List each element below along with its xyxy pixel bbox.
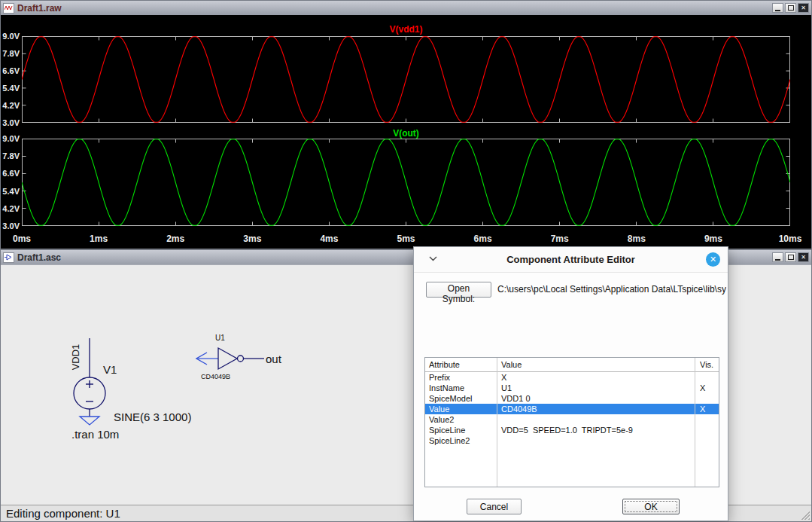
schematic-icon xyxy=(3,252,14,263)
waveform-pane[interactable]: V(vdd1) V(out) 9.0V7.8V6.6V5.4V4.2V3.0V9… xyxy=(1,15,811,249)
value-cell: VDD=5 SPEED=1.0 TRIPDT=5e-9 xyxy=(497,425,695,435)
value-cell xyxy=(497,435,695,446)
y-axis-tick-label: 6.6V xyxy=(1,66,20,75)
waveform-window: Draft1.raw ✕ V(vdd1) V(out) 9.0V7.8V6.6V… xyxy=(0,0,812,249)
symbol-path-text: C:\users\pc\Local Settings\Application D… xyxy=(497,282,726,298)
waveform-trace xyxy=(22,139,790,226)
header-vis: Vis. xyxy=(695,358,719,371)
y-axis-tick-label: 4.2V xyxy=(1,101,20,110)
x-axis-tick-label: 10ms xyxy=(779,234,802,244)
value-cell: U1 xyxy=(497,383,695,393)
attr-cell: SpiceModel xyxy=(425,393,497,404)
y-axis-tick-label: 3.0V xyxy=(1,118,20,127)
y-axis-tick-label: 3.0V xyxy=(1,221,20,230)
cancel-button[interactable]: Cancel xyxy=(467,499,522,514)
x-axis-tick-label: 4ms xyxy=(320,234,338,244)
attr-cell: Value2 xyxy=(425,414,497,425)
attr-cell: Prefix xyxy=(425,372,497,383)
close-icon[interactable]: ✕ xyxy=(798,252,809,262)
attr-cell: SpiceLine2 xyxy=(425,435,497,446)
net-label-out[interactable]: out xyxy=(266,353,282,365)
waveform-titlebar[interactable]: Draft1.raw ✕ xyxy=(1,1,811,16)
column-divider xyxy=(695,358,695,487)
attr-cell: SpiceLine xyxy=(425,425,497,435)
y-axis-tick-label: 6.6V xyxy=(1,169,20,178)
x-axis-tick-label: 3ms xyxy=(243,234,261,244)
y-axis-tick-label: 9.0V xyxy=(1,32,20,41)
x-axis-tick-label: 8ms xyxy=(628,234,646,244)
attr-row-Value2[interactable]: Value2 xyxy=(425,414,719,425)
value-cell: CD4049B xyxy=(497,404,695,414)
vis-cell xyxy=(695,435,719,446)
ltspice-app: Draft1.raw ✕ V(vdd1) V(out) 9.0V7.8V6.6V… xyxy=(0,0,812,522)
y-axis-tick-label: 7.8V xyxy=(1,151,20,160)
attr-row-Value[interactable]: ValueCD4049BX xyxy=(425,404,719,414)
vis-cell: X xyxy=(695,404,719,414)
x-axis-tick-label: 2ms xyxy=(166,234,184,244)
header-attribute: Attribute xyxy=(425,358,497,371)
column-divider xyxy=(497,358,497,487)
waveform-trace xyxy=(22,37,790,123)
trace-label-vdd1[interactable]: V(vdd1) xyxy=(1,24,811,35)
value-cell: VDD1 0 xyxy=(497,393,695,404)
attr-row-Prefix[interactable]: PrefixX xyxy=(425,372,719,383)
tran-directive[interactable]: .tran 10m xyxy=(71,428,119,441)
refdes-u1[interactable]: U1 xyxy=(215,334,225,342)
maximize-icon[interactable] xyxy=(785,252,796,262)
vis-cell xyxy=(695,372,719,383)
vis-cell xyxy=(695,425,719,435)
status-text: Editing component: U1 xyxy=(6,507,120,520)
attr-row-SpiceModel[interactable]: SpiceModelVDD1 0 xyxy=(425,393,719,404)
attr-cell: InstName xyxy=(425,383,497,393)
inverter-symbol[interactable] xyxy=(218,348,237,369)
x-axis-tick-label: 9ms xyxy=(704,234,722,244)
attribute-rows: PrefixXInstNameU1XSpiceModelVDD1 0ValueC… xyxy=(425,372,719,446)
window-title: Draft1.asc xyxy=(17,252,61,263)
attribute-table: Attribute Value Vis. PrefixXInstNameU1XS… xyxy=(424,357,719,487)
minimize-icon[interactable] xyxy=(772,3,783,13)
y-axis-tick-label: 5.4V xyxy=(1,187,20,196)
component-attribute-editor-dialog: Component Attribute Editor ✕ Open Symbol… xyxy=(413,246,728,521)
resize-grip[interactable] xyxy=(800,510,810,520)
dialog-titlebar[interactable]: Component Attribute Editor ✕ xyxy=(414,247,728,273)
refdes-v1[interactable]: V1 xyxy=(103,363,117,376)
value-cell: X xyxy=(497,372,695,383)
vis-cell: X xyxy=(695,383,719,393)
dialog-close-icon[interactable]: ✕ xyxy=(706,252,720,267)
x-axis-tick-label: 1ms xyxy=(90,234,108,244)
plot-out[interactable] xyxy=(22,139,790,226)
maximize-icon[interactable] xyxy=(785,3,796,13)
attr-cell: Value xyxy=(425,404,497,414)
y-axis-tick-label: 7.8V xyxy=(1,49,20,58)
attr-row-SpiceLine[interactable]: SpiceLineVDD=5 SPEED=1.0 TRIPDT=5e-9 xyxy=(425,425,719,435)
y-axis-tick-label: 9.0V xyxy=(1,134,20,143)
vis-cell xyxy=(695,414,719,425)
x-axis-tick-label: 6ms xyxy=(474,234,492,244)
x-axis-tick-label: 0ms xyxy=(13,234,31,244)
attribute-table-header: Attribute Value Vis. xyxy=(425,358,719,372)
part-label-cd4049b[interactable]: CD4049B xyxy=(201,373,230,380)
ok-button[interactable]: OK xyxy=(622,499,680,514)
vis-cell xyxy=(695,393,719,404)
sine-directive[interactable]: SINE(6 3 1000) xyxy=(114,411,191,423)
y-axis-tick-label: 4.2V xyxy=(1,204,20,213)
attr-row-SpiceLine2[interactable]: SpiceLine2 xyxy=(425,435,719,446)
attr-row-InstName[interactable]: InstNameU1X xyxy=(425,383,719,393)
inverter-bubble xyxy=(238,356,244,362)
close-icon[interactable]: ✕ xyxy=(798,3,809,13)
ground-symbol[interactable] xyxy=(80,417,99,425)
dialog-title: Component Attribute Editor xyxy=(414,254,728,265)
waveform-icon xyxy=(3,3,14,14)
trace-label-out[interactable]: V(out) xyxy=(1,128,811,139)
value-cell xyxy=(497,414,695,425)
minimize-icon[interactable] xyxy=(772,252,783,262)
window-title: Draft1.raw xyxy=(17,3,62,14)
net-label-vdd1[interactable]: VDD1 xyxy=(70,344,81,371)
open-symbol-button[interactable]: Open Symbol: xyxy=(426,282,491,298)
header-value: Value xyxy=(497,358,695,371)
plot-vdd1[interactable] xyxy=(22,36,790,123)
x-axis-tick-label: 7ms xyxy=(551,234,569,244)
y-axis-tick-label: 5.4V xyxy=(1,84,20,93)
x-axis-tick-label: 5ms xyxy=(397,234,415,244)
